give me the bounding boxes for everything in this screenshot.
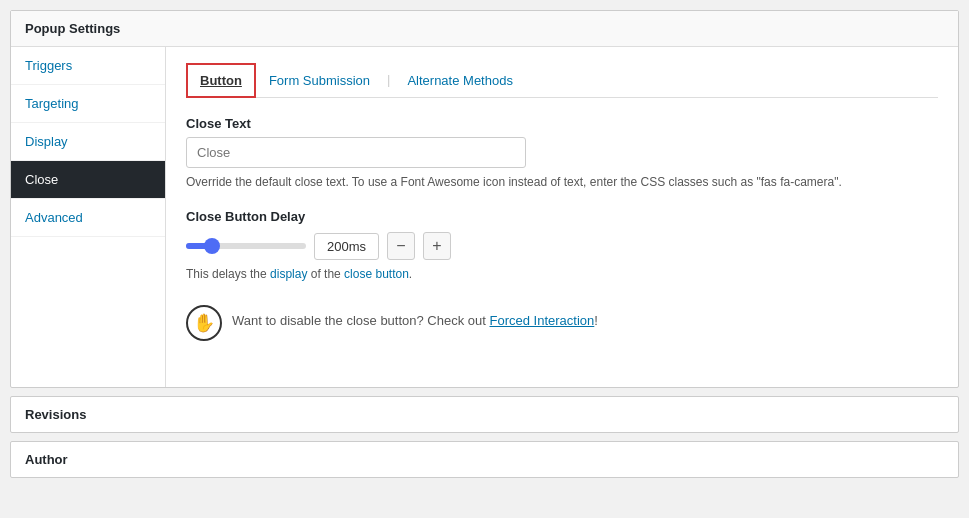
author-panel: Author bbox=[10, 441, 959, 478]
delay-increment-button[interactable]: + bbox=[423, 232, 451, 260]
revisions-panel: Revisions bbox=[10, 396, 959, 433]
popup-settings-panel: Popup Settings Triggers Targeting Displa… bbox=[10, 10, 959, 388]
info-box: ✋ Want to disable the close button? Chec… bbox=[186, 301, 938, 345]
tab-form-submission[interactable]: Form Submission bbox=[256, 64, 383, 97]
close-button-delay-group: Close Button Delay − + bbox=[186, 209, 938, 283]
forced-interaction-link[interactable]: Forced Interaction bbox=[490, 313, 595, 328]
tab-alternate-methods[interactable]: Alternate Methods bbox=[394, 64, 526, 97]
close-button-delay-label: Close Button Delay bbox=[186, 209, 938, 224]
sidebar: Triggers Targeting Display Close Advance… bbox=[11, 47, 166, 387]
content-area: Button Form Submission | Alternate Metho… bbox=[166, 47, 958, 387]
author-header: Author bbox=[11, 442, 958, 477]
delay-help-text: This delays the display of the close but… bbox=[186, 265, 938, 283]
slider-thumb[interactable] bbox=[204, 238, 220, 254]
tab-bar: Button Form Submission | Alternate Metho… bbox=[186, 63, 938, 98]
hand-icon: ✋ bbox=[186, 305, 222, 341]
tab-button[interactable]: Button bbox=[186, 63, 256, 98]
tab-separator: | bbox=[383, 72, 394, 87]
delay-value-input[interactable] bbox=[314, 233, 379, 260]
sidebar-item-triggers[interactable]: Triggers bbox=[11, 47, 165, 85]
close-text-label: Close Text bbox=[186, 116, 938, 131]
close-text-help: Override the default close text. To use … bbox=[186, 173, 938, 191]
panel-body: Triggers Targeting Display Close Advance… bbox=[11, 47, 958, 387]
sidebar-item-targeting[interactable]: Targeting bbox=[11, 85, 165, 123]
close-text-input[interactable] bbox=[186, 137, 526, 168]
delay-decrement-button[interactable]: − bbox=[387, 232, 415, 260]
delay-slider[interactable] bbox=[186, 243, 306, 249]
sidebar-item-close[interactable]: Close bbox=[11, 161, 165, 199]
revisions-header: Revisions bbox=[11, 397, 958, 432]
sidebar-item-display[interactable]: Display bbox=[11, 123, 165, 161]
delay-row: − + bbox=[186, 232, 938, 260]
info-text: Want to disable the close button? Check … bbox=[232, 305, 598, 328]
sidebar-item-advanced[interactable]: Advanced bbox=[11, 199, 165, 237]
close-text-field-group: Close Text Override the default close te… bbox=[186, 116, 938, 191]
page-wrapper: Popup Settings Triggers Targeting Displa… bbox=[0, 0, 969, 488]
panel-title: Popup Settings bbox=[11, 11, 958, 47]
